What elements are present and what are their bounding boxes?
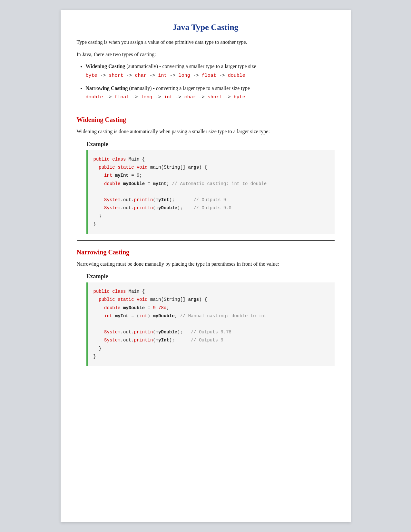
widening-label: Widening Casting — [86, 64, 125, 69]
n-code-line-4: int myInt = (int) myDouble; // Manual ca… — [93, 312, 329, 320]
n-code-line-5 — [93, 320, 329, 328]
narrowing-chain: double -> float -> long -> int -> char -… — [86, 94, 335, 101]
n-code-line-6: System.out.println(myDouble); // Outputs… — [93, 328, 329, 336]
narrowing-section-desc: Narrowing casting must be done manually … — [77, 260, 335, 268]
code-line-7: System.out.println(myDouble); // Outputs… — [93, 204, 329, 212]
code-line-3: int myInt = 9; — [93, 172, 329, 180]
code-line-8: } — [93, 212, 329, 220]
narrowing-casting-item: Narrowing Casting (manually) - convertin… — [86, 84, 335, 102]
casting-types-list: Widening Casting (automatically) - conve… — [86, 62, 335, 101]
n-code-line-8: } — [93, 345, 329, 353]
code-line-2: public static void main(String[] args) { — [93, 163, 329, 172]
code-line-6: System.out.println(myInt); // Outputs 9 — [93, 196, 329, 204]
main-page: Java Type Casting Type casting is when y… — [61, 10, 351, 522]
narrowing-section-heading: Narrowing Casting — [77, 249, 335, 256]
widening-example-label: Example — [86, 141, 335, 148]
divider-2 — [77, 240, 335, 241]
narrowing-label: Narrowing Casting — [86, 85, 128, 91]
widening-suffix: (automatically) - converting a smaller t… — [125, 64, 256, 69]
n-code-line-9: } — [93, 353, 329, 361]
widening-code-block: public class Main { public static void m… — [86, 150, 335, 234]
n-code-line-7: System.out.println(myInt); // Outputs 9 — [93, 336, 329, 344]
code-line-5 — [93, 188, 329, 196]
n-code-line-1: public class Main { — [93, 288, 329, 296]
page-title: Java Type Casting — [77, 23, 335, 32]
intro-line-1: Type casting is when you assign a value … — [77, 38, 335, 46]
widening-casting-item: Widening Casting (automatically) - conve… — [86, 62, 335, 80]
n-code-line-2: public static void main(String[] args) { — [93, 296, 329, 304]
widening-chain: byte -> short -> char -> int -> long -> … — [86, 72, 335, 80]
intro-line-2: In Java, there are two types of casting: — [77, 50, 335, 59]
widening-section-desc: Widening casting is done automatically w… — [77, 127, 335, 136]
n-code-line-3: double myDouble = 9.78d; — [93, 304, 329, 312]
narrowing-suffix: (manually) - converting a larger type to… — [128, 85, 250, 91]
code-line-1: public class Main { — [93, 155, 329, 163]
narrowing-code-block: public class Main { public static void m… — [86, 282, 335, 366]
narrowing-example-label: Example — [86, 273, 335, 280]
code-line-9: } — [93, 220, 329, 228]
divider-1 — [77, 108, 335, 108]
code-line-4: double myDouble = myInt; // Automatic ca… — [93, 180, 329, 188]
widening-section-heading: Widening Casting — [77, 116, 335, 123]
